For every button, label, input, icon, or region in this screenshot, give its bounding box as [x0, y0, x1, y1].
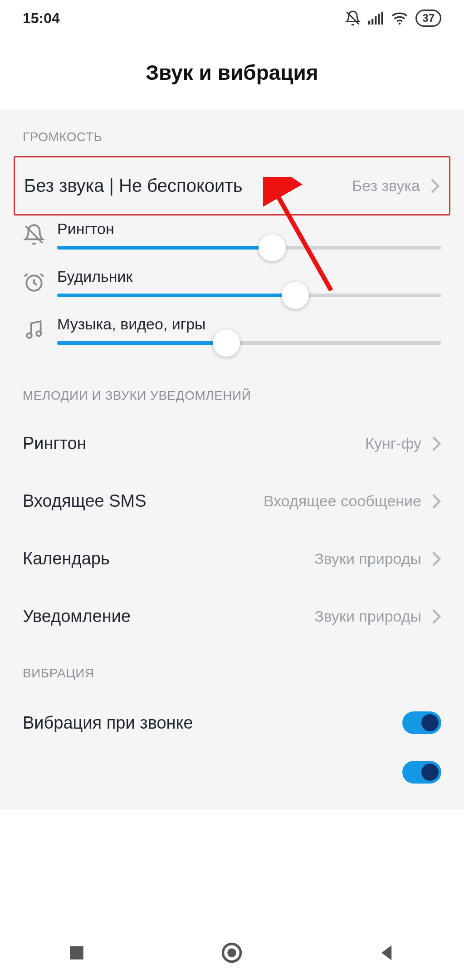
svg-point-9 [27, 333, 31, 338]
nav-back-button[interactable] [377, 943, 397, 963]
section-label-volume: ГРОМКОСТЬ [0, 109, 464, 156]
slider-ringtone[interactable]: Рингтон [0, 216, 464, 263]
chevron-right-icon [430, 178, 440, 194]
row-value: Звуки природы [314, 608, 421, 625]
slider-label: Музыка, видео, игры [57, 315, 441, 333]
svg-point-6 [399, 23, 401, 25]
alarm-clock-icon [23, 271, 45, 294]
slider-track[interactable] [57, 246, 441, 250]
nav-home-button[interactable] [220, 941, 244, 965]
android-navbar [0, 926, 464, 980]
toggle-switch[interactable] [402, 761, 441, 784]
notification-row[interactable]: Уведомление Звуки природы [0, 588, 464, 645]
sms-row[interactable]: Входящее SMS Входящее сообщение [0, 472, 464, 530]
dnd-row-label: Без звука | Не беспокоить [24, 176, 243, 196]
slider-label: Рингтон [57, 220, 441, 238]
svg-rect-2 [371, 19, 373, 24]
status-bar: 15:04 [0, 0, 464, 36]
status-time: 15:04 [23, 10, 60, 27]
row-label: Входящее SMS [23, 491, 147, 511]
slider-alarm[interactable]: Будильник [0, 263, 464, 311]
slider-thumb[interactable] [213, 329, 240, 357]
section-label-vibration: ВИБРАЦИЯ [0, 645, 464, 692]
row-label: Рингтон [23, 434, 87, 453]
svg-point-14 [228, 948, 237, 957]
chevron-right-icon [431, 551, 441, 567]
slider-track[interactable] [57, 294, 441, 297]
chevron-right-icon [431, 493, 441, 510]
page-title: Звук и вибрация [146, 60, 318, 85]
svg-rect-5 [381, 12, 383, 24]
chevron-right-icon [431, 436, 441, 452]
svg-rect-3 [375, 16, 376, 24]
nav-recent-button[interactable] [67, 943, 87, 963]
row-label: Уведомление [23, 607, 131, 626]
status-icons: 37 [345, 10, 441, 27]
slider-label: Будильник [57, 268, 441, 285]
slider-track[interactable] [57, 341, 441, 345]
settings-content[interactable]: ГРОМКОСТЬ Без звука | Не беспокоить Без … [0, 109, 464, 809]
row-label: Вибрация при звонке [23, 713, 193, 733]
vibrate-on-call-row[interactable]: Вибрация при звонке [0, 692, 464, 753]
row-value: Входящее сообщение [264, 492, 421, 510]
toggle-switch[interactable] [402, 711, 441, 734]
svg-rect-4 [378, 14, 380, 24]
slider-media[interactable]: Музыка, видео, игры [0, 311, 464, 368]
slider-thumb[interactable] [259, 234, 286, 261]
music-note-icon [23, 318, 45, 341]
slider-thumb[interactable] [282, 282, 309, 309]
signal-icon [368, 11, 384, 25]
chevron-right-icon [431, 608, 441, 625]
svg-rect-1 [368, 21, 370, 25]
calendar-row[interactable]: Календарь Звуки природы [0, 530, 464, 588]
row-value: Кунг-фу [365, 435, 421, 452]
page-header: Звук и вибрация [0, 36, 464, 109]
section-label-melodies: МЕЛОДИИ И ЗВУКИ УВЕДОМЛЕНИЙ [0, 368, 464, 415]
svg-rect-12 [70, 946, 83, 959]
svg-point-10 [36, 331, 41, 336]
bell-mute-icon [23, 223, 45, 246]
wifi-icon [391, 11, 408, 25]
dnd-row[interactable]: Без звука | Не беспокоить Без звука [14, 156, 450, 216]
row-value: Звуки природы [314, 550, 421, 568]
cutoff-row[interactable] [0, 753, 464, 791]
ringtone-row[interactable]: Рингтон Кунг-фу [0, 415, 464, 472]
row-label: Календарь [23, 549, 110, 568]
battery-badge: 37 [415, 10, 441, 27]
dnd-bell-icon [345, 10, 361, 26]
dnd-row-value: Без звука [352, 177, 420, 195]
